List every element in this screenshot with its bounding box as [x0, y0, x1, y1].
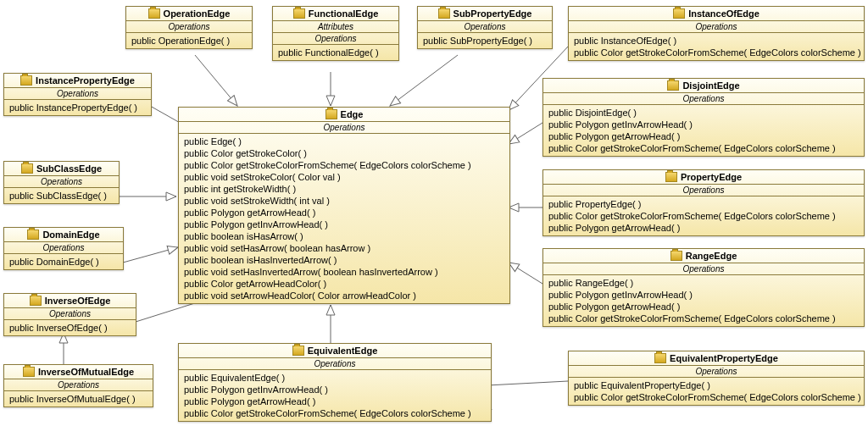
- class-RangeEdge[interactable]: RangeEdge Operations public RangeEdge( )…: [542, 248, 865, 327]
- class-icon: [23, 367, 35, 377]
- operation-item: public Polygon getInvArrowHead( ): [548, 289, 859, 301]
- operation-item: public void setStrokeColor( Color val ): [184, 171, 504, 183]
- operation-item: public InstanceOfEdge( ): [574, 35, 859, 47]
- class-InstanceOfEdge[interactable]: InstanceOfEdge Operations public Instanc…: [568, 6, 865, 61]
- class-icon: [438, 8, 450, 19]
- section-operations: Operations: [4, 176, 119, 188]
- operations-list: public FunctionalEdge( ): [273, 45, 398, 60]
- section-operations: Operations: [543, 185, 864, 196]
- class-icon: [667, 80, 679, 91]
- class-EquivalentEdge[interactable]: EquivalentEdge Operations public Equival…: [178, 343, 492, 422]
- class-icon: [293, 8, 305, 19]
- section-operations: Operations: [4, 379, 153, 391]
- section-operations: Operations: [126, 21, 252, 33]
- class-icon: [27, 230, 39, 240]
- operation-item: public PropertyEdge( ): [548, 198, 859, 210]
- class-title: SubClassEdge: [36, 163, 102, 174]
- operation-item: public Color getStrokeColorFromScheme( E…: [548, 210, 859, 222]
- section-operations: Operations: [273, 33, 398, 45]
- section-operations: Operations: [4, 242, 123, 254]
- operations-list: public InverseOfEdge( ): [4, 320, 136, 335]
- operations-list: public SubClassEdge( ): [4, 188, 119, 203]
- operations-list: public DisjointEdge( )public Polygon get…: [543, 105, 864, 156]
- operations-list: public SubPropertyEdge( ): [418, 33, 552, 48]
- class-title: InstanceOfEdge: [688, 8, 760, 19]
- class-EquivalentPropertyEdge[interactable]: EquivalentPropertyEdge Operations public…: [568, 351, 865, 406]
- class-icon: [665, 172, 677, 182]
- operation-item: public Color getStrokeColorFromScheme( E…: [548, 142, 859, 154]
- operations-list: public InstancePropertyEdge( ): [4, 100, 151, 115]
- class-InstancePropertyEdge[interactable]: InstancePropertyEdge Operations public I…: [3, 73, 152, 116]
- operations-list: public PropertyEdge( )public Color getSt…: [543, 196, 864, 235]
- class-title: DisjointEdge: [682, 80, 739, 91]
- section-operations: Operations: [543, 263, 864, 275]
- section-operations: Operations: [569, 21, 864, 33]
- class-icon: [326, 109, 337, 119]
- class-title: OperationEdge: [164, 8, 231, 19]
- operation-item: public Color getStrokeColorFromScheme( E…: [184, 407, 486, 419]
- section-operations: Operations: [4, 88, 151, 100]
- operation-item: public InstancePropertyEdge( ): [9, 102, 146, 113]
- class-DomainEdge[interactable]: DomainEdge Operations public DomainEdge(…: [3, 227, 124, 270]
- class-icon: [292, 346, 304, 356]
- operation-item: public boolean isHasInvertedArrow( ): [184, 254, 504, 266]
- operation-item: public void setHasArrow( boolean hasArro…: [184, 242, 504, 254]
- operation-item: public DisjointEdge( ): [548, 107, 859, 119]
- operations-list: public EquivalentEdge( )public Polygon g…: [179, 370, 491, 421]
- operation-item: public Color getStrokeColorFromScheme( E…: [574, 47, 859, 58]
- operation-item: public Polygon getInvArrowHead( ): [184, 218, 504, 230]
- operation-item: public void setStrokeWidth( int val ): [184, 195, 504, 207]
- operations-list: public RangeEdge( )public Polygon getInv…: [543, 275, 864, 326]
- class-icon: [20, 75, 32, 86]
- operation-item: public Color getArrowHeadColor( ): [184, 278, 504, 290]
- operation-item: public DomainEdge( ): [9, 256, 118, 268]
- class-icon: [30, 296, 42, 306]
- section-operations: Operations: [4, 308, 136, 320]
- class-InverseOfMutualEdge[interactable]: InverseOfMutualEdge Operations public In…: [3, 364, 153, 407]
- class-InverseOfEdge[interactable]: InverseOfEdge Operations public InverseO…: [3, 293, 136, 336]
- operation-item: public Color getStrokeColorFromScheme( E…: [548, 313, 859, 324]
- class-icon: [148, 8, 160, 19]
- class-SubClassEdge[interactable]: SubClassEdge Operations public SubClassE…: [3, 161, 120, 204]
- operation-item: public Polygon getArrowHead( ): [548, 222, 859, 234]
- operation-item: public Polygon getArrowHead( ): [184, 207, 504, 218]
- class-FunctionalEdge[interactable]: FunctionalEdge Attributes Operations pub…: [272, 6, 399, 61]
- section-operations: Operations: [179, 122, 509, 134]
- class-OperationEdge[interactable]: OperationEdge Operations public Operatio…: [125, 6, 253, 49]
- operations-list: public Edge( )public Color getStrokeColo…: [179, 134, 509, 303]
- operation-item: public InverseOfEdge( ): [9, 322, 131, 334]
- operation-item: public InverseOfMutualEdge( ): [9, 393, 147, 405]
- operation-item: public Polygon getInvArrowHead( ): [184, 384, 486, 396]
- class-title: FunctionalEdge: [309, 8, 379, 19]
- operation-item: public Edge( ): [184, 136, 504, 147]
- operation-item: public Color getStrokeColor( ): [184, 147, 504, 159]
- operation-item: public Color getStrokeColorFromScheme( E…: [574, 391, 859, 403]
- operations-list: public OperationEdge( ): [126, 33, 252, 48]
- operation-item: public SubPropertyEdge( ): [423, 35, 547, 47]
- section-operations: Operations: [543, 93, 864, 105]
- class-title: InverseOfMutualEdge: [38, 367, 134, 377]
- operation-item: public void setArrowHeadColor( Color arr…: [184, 290, 504, 301]
- class-icon: [21, 163, 33, 174]
- class-Edge[interactable]: Edge Operations public Edge( )public Col…: [178, 107, 510, 304]
- operation-item: public Polygon getArrowHead( ): [184, 396, 486, 407]
- class-title: PropertyEdge: [681, 172, 742, 182]
- operation-item: public FunctionalEdge( ): [278, 47, 393, 58]
- class-DisjointEdge[interactable]: DisjointEdge Operations public DisjointE…: [542, 78, 865, 157]
- operation-item: public Polygon getInvArrowHead( ): [548, 119, 859, 130]
- operations-list: public EquivalentPropertyEdge( )public C…: [569, 378, 864, 405]
- operations-list: public DomainEdge( ): [4, 254, 123, 269]
- section-attributes: Attributes: [273, 21, 398, 33]
- class-title: DomainEdge: [42, 230, 99, 240]
- class-icon: [654, 353, 666, 363]
- class-title: EquivalentEdge: [308, 346, 378, 356]
- class-PropertyEdge[interactable]: PropertyEdge Operations public PropertyE…: [542, 169, 865, 236]
- operation-item: public Polygon getArrowHead( ): [548, 130, 859, 142]
- operation-item: public void setHasInvertedArrow( boolean…: [184, 266, 504, 278]
- operation-item: public OperationEdge( ): [131, 35, 247, 47]
- operation-item: public EquivalentPropertyEdge( ): [574, 379, 859, 391]
- section-operations: Operations: [179, 358, 491, 370]
- class-title: RangeEdge: [686, 251, 737, 261]
- operations-list: public InstanceOfEdge( )public Color get…: [569, 33, 864, 60]
- class-SubPropertyEdge[interactable]: SubPropertyEdge Operations public SubPro…: [417, 6, 553, 49]
